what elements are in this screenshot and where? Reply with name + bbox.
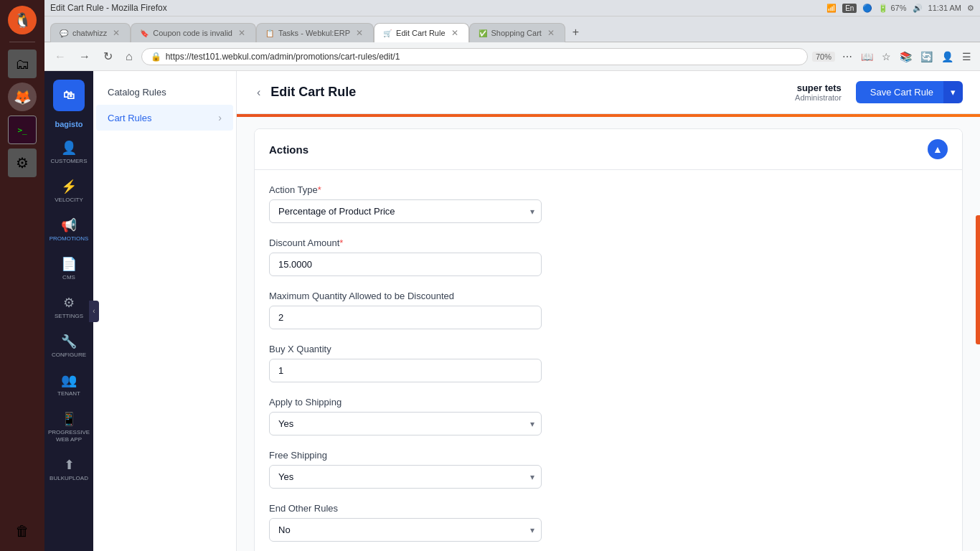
reader-mode-button[interactable]: 📖 (858, 48, 876, 65)
discount-amount-label: Discount Amount* (269, 237, 948, 248)
discount-amount-input[interactable] (269, 253, 542, 276)
max-quantity-input[interactable] (269, 306, 542, 329)
scroll-indicator (976, 215, 980, 344)
tab-chatwhizz[interactable]: 💬 chatwhizz ✕ (50, 23, 131, 42)
main-menu-button[interactable]: ☰ (959, 48, 974, 65)
promotions-icon: 📢 (61, 217, 77, 233)
cart-rules-nav-item[interactable]: Cart Rules › (96, 105, 233, 131)
sidebar-item-tenant[interactable]: 👥 TENANT (48, 367, 90, 402)
chatwhizz-tab-close[interactable]: ✕ (111, 28, 121, 38)
max-quantity-group: Maximum Quantity Allowed to be Discounte… (269, 291, 948, 329)
save-button-group: Save Cart Rule ▾ (856, 81, 963, 103)
user-role: Administrator (795, 93, 842, 102)
nav-extra-buttons: ⋯ 📖 ☆ 📚 🔄 👤 ☰ (839, 48, 974, 65)
buy-x-quantity-input[interactable] (269, 359, 542, 382)
sidebar-item-customers[interactable]: 👤 CUSTOMERS (48, 134, 90, 170)
files-taskbar-icon[interactable]: 🗂 (8, 50, 37, 78)
actions-section-title: Actions (269, 143, 308, 156)
actions-section-header: Actions ▲ (255, 129, 962, 170)
actions-section-toggle[interactable]: ▲ (928, 139, 948, 159)
user-info: super tets Administrator (795, 83, 842, 102)
pwa-label: PROGRESSIVE WEB APP (48, 429, 90, 443)
sidebar-item-bulkupload[interactable]: ⬆ BULKUPLOAD (48, 451, 90, 487)
top-indicator-bar (237, 114, 980, 117)
reload-button[interactable]: ↻ (99, 47, 117, 66)
app-sidebar: 🛍 bagisto 👤 CUSTOMERS ⚡ VELOCITY 📢 PROMO… (44, 71, 93, 551)
apply-to-shipping-group: Apply to Shipping Yes No ▾ (269, 397, 948, 435)
actions-toggle-icon: ▲ (933, 143, 943, 155)
bookmarks-sidebar-button[interactable]: 📚 (897, 48, 915, 65)
more-options-button[interactable]: ⋯ (839, 48, 855, 65)
promotions-nav-panel: Catalog Rules Cart Rules › (93, 71, 237, 551)
catalog-rules-nav-item[interactable]: Catalog Rules (96, 80, 233, 105)
action-type-select[interactable]: Percentage of Product Price Fixed Amount… (269, 199, 542, 223)
pwa-icon: 📱 (61, 411, 77, 427)
buy-x-quantity-group: Buy X Quantity (269, 344, 948, 382)
actions-section: Actions ▲ Action Type* Percentage of Pro… (254, 128, 963, 551)
brand-logo[interactable]: 🛍 (53, 80, 85, 111)
save-cart-rule-button[interactable]: Save Cart Rule (856, 81, 948, 103)
end-other-rules-select-wrapper: Yes No ▾ (269, 518, 542, 542)
trash-taskbar-icon[interactable]: 🗑 (8, 517, 37, 545)
sidebar-item-settings[interactable]: ⚙ SETTINGS (48, 289, 90, 325)
shopping-cart-tab-close[interactable]: ✕ (546, 28, 556, 38)
user-name: super tets (795, 83, 842, 93)
customers-label: CUSTOMERS (51, 158, 88, 164)
coupon-tab-close[interactable]: ✕ (237, 28, 247, 38)
sidebar-item-promotions[interactable]: 📢 PROMOTIONS (48, 212, 90, 248)
ubuntu-launcher-icon[interactable]: 🐧 (8, 6, 37, 34)
account-button[interactable]: 👤 (938, 48, 956, 65)
sidebar-item-cms[interactable]: 📄 CMS (48, 250, 90, 286)
bluetooth-icon: 🔵 (862, 4, 872, 13)
cms-icon: 📄 (61, 256, 77, 272)
os-taskbar: 🐧 🗂 🦊 >_ ⚙ 🗑 (0, 0, 44, 551)
terminal-taskbar-icon[interactable]: >_ (8, 116, 37, 144)
forward-button[interactable]: → (75, 47, 95, 66)
tenant-label: TENANT (57, 390, 80, 397)
tasks-favicon: 📋 (265, 29, 274, 37)
tab-coupon[interactable]: 🔖 Coupon code is invalid ✕ (131, 23, 256, 42)
synced-tabs-button[interactable]: 🔄 (918, 48, 936, 65)
header-left: ‹ Edit Cart Rule (254, 83, 356, 102)
new-tab-button[interactable]: + (565, 23, 586, 42)
sidebar-item-velocity[interactable]: ⚡ VELOCITY (48, 173, 90, 209)
cart-rules-label: Cart Rules (108, 113, 151, 123)
sidebar-collapse-arrow[interactable]: ‹ (89, 301, 99, 322)
tab-edit-cart-rule[interactable]: 🛒 Edit Cart Rule ✕ (374, 23, 468, 42)
home-button[interactable]: ⌂ (121, 47, 137, 66)
content-header: ‹ Edit Cart Rule super tets Administrato… (237, 71, 980, 114)
coupon-tab-title: Coupon code is invalid (153, 29, 232, 37)
tasks-tab-title: Tasks - Webkul:ERP (278, 29, 350, 37)
end-other-rules-select[interactable]: Yes No (269, 518, 542, 542)
apply-to-shipping-select[interactable]: Yes No (269, 412, 542, 435)
save-dropdown-button[interactable]: ▾ (943, 81, 963, 103)
page-title: Edit Cart Rule (270, 85, 356, 100)
address-bar: 🔒 https://test101.webkul.com/admin/promo… (141, 48, 808, 65)
velocity-label: VELOCITY (55, 197, 83, 203)
firefox-taskbar-icon[interactable]: 🦊 (8, 83, 37, 111)
sidebar-item-pwa[interactable]: 📱 PROGRESSIVE WEB APP (48, 405, 90, 448)
clock: 11:31 AM (928, 4, 961, 12)
cart-rule-tab-title: Edit Cart Rule (396, 29, 445, 37)
tab-shopping-cart[interactable]: ✅ Shopping Cart ✕ (469, 23, 565, 42)
action-type-select-wrapper: Percentage of Product Price Fixed Amount… (269, 199, 542, 223)
shopping-cart-favicon: ✅ (479, 29, 487, 37)
tasks-tab-close[interactable]: ✕ (354, 28, 364, 38)
cart-rule-tab-close[interactable]: ✕ (450, 28, 460, 38)
url-display[interactable]: https://test101.webkul.com/admin/promoti… (166, 52, 798, 62)
sidebar-item-configure[interactable]: 🔧 CONFIGURE (48, 328, 90, 364)
back-arrow-button[interactable]: ‹ (254, 83, 263, 102)
back-button[interactable]: ← (50, 47, 70, 66)
volume-icon: 🔊 (913, 4, 923, 13)
system-menu-icon[interactable]: ⚙ (967, 4, 974, 13)
max-quantity-label: Maximum Quantity Allowed to be Discounte… (269, 291, 948, 301)
settings-taskbar-icon[interactable]: ⚙ (8, 149, 37, 177)
bookmark-button[interactable]: ☆ (879, 48, 894, 65)
app-container: 🛍 bagisto 👤 CUSTOMERS ⚡ VELOCITY 📢 PROMO… (44, 71, 980, 551)
chatwhizz-tab-title: chatwhizz (72, 29, 107, 37)
customers-icon: 👤 (61, 140, 77, 156)
tab-tasks[interactable]: 📋 Tasks - Webkul:ERP ✕ (256, 23, 374, 42)
free-shipping-select[interactable]: Yes No (269, 465, 542, 489)
chatwhizz-favicon: 💬 (60, 29, 68, 37)
discount-amount-group: Discount Amount* (269, 237, 948, 276)
